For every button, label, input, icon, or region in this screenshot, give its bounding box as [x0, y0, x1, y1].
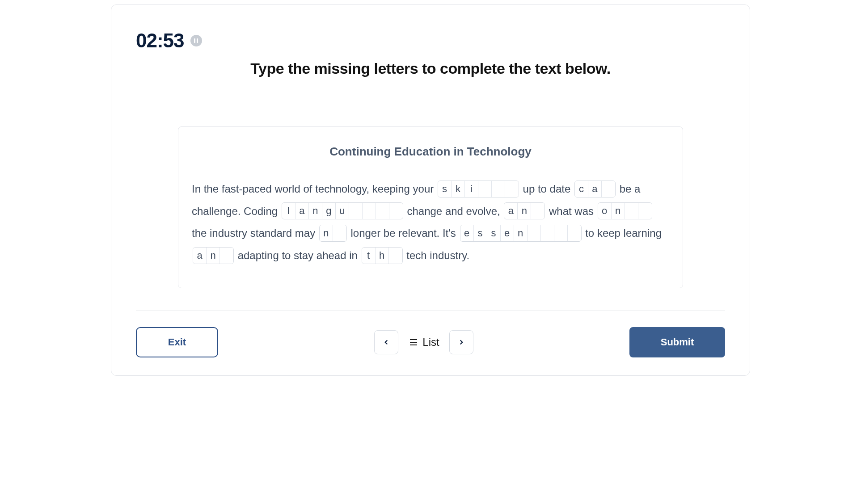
timer-display: 02:53 — [136, 29, 184, 52]
submit-button[interactable]: Submit — [629, 327, 725, 357]
letter-given: l — [282, 203, 295, 219]
letter-given: a — [504, 203, 518, 219]
cloze-word: th — [362, 247, 403, 264]
list-label: List — [422, 336, 439, 349]
cloze-word: essen — [460, 225, 582, 242]
letter-given: e — [460, 225, 474, 241]
instruction-heading: Type the missing letters to complete the… — [136, 60, 725, 77]
letter-input[interactable] — [478, 181, 492, 197]
letter-given: u — [336, 203, 349, 219]
exit-button[interactable]: Exit — [136, 327, 218, 357]
letter-input[interactable] — [528, 225, 541, 241]
letter-input[interactable] — [220, 248, 233, 264]
cloze-word: on — [598, 202, 652, 219]
cloze-word: an — [504, 202, 545, 219]
letter-given: s — [474, 225, 487, 241]
letter-given: e — [501, 225, 514, 241]
passage-text: tech industry. — [404, 249, 470, 261]
letter-given: n — [309, 203, 322, 219]
letter-input[interactable] — [625, 203, 638, 219]
prev-button[interactable] — [374, 330, 398, 354]
passage-text: the industry standard may — [192, 227, 318, 239]
letter-given: i — [465, 181, 478, 197]
letter-input[interactable] — [505, 181, 519, 197]
passage-text: up to date — [520, 183, 574, 195]
passage-text: to keep learning — [582, 227, 662, 239]
letter-input[interactable] — [638, 203, 652, 219]
letter-given: n — [320, 225, 333, 241]
next-button[interactable] — [449, 330, 473, 354]
passage-title: Continuing Education in Technology — [192, 145, 669, 159]
list-button[interactable]: List — [408, 336, 439, 349]
passage-body: In the fast-paced world of technology, k… — [192, 177, 669, 266]
letter-input[interactable] — [389, 248, 402, 264]
letter-given: n — [207, 248, 220, 264]
letter-input[interactable] — [602, 181, 615, 197]
letter-input[interactable] — [376, 203, 389, 219]
pause-icon — [194, 38, 198, 43]
letter-given: n — [518, 203, 531, 219]
passage-text: In the fast-paced world of technology, k… — [192, 183, 437, 195]
letter-input[interactable] — [531, 203, 544, 219]
letter-given: h — [376, 248, 389, 264]
letter-given: s — [438, 181, 452, 197]
letter-given: c — [575, 181, 588, 197]
letter-input[interactable] — [349, 203, 363, 219]
letter-given: n — [612, 203, 625, 219]
letter-input[interactable] — [333, 225, 346, 241]
letter-input[interactable] — [568, 225, 581, 241]
letter-input[interactable] — [389, 203, 403, 219]
chevron-left-icon — [382, 338, 390, 346]
chevron-right-icon — [457, 338, 465, 346]
letter-given: t — [362, 248, 376, 264]
timer-row: 02:53 — [136, 29, 725, 52]
passage-text: longer be relevant. It's — [348, 227, 459, 239]
cloze-word: an — [193, 247, 234, 264]
list-icon — [408, 337, 419, 348]
letter-given: n — [514, 225, 528, 241]
divider — [136, 311, 725, 311]
cloze-word: n — [319, 225, 347, 242]
passage-text: change and evolve, — [404, 205, 503, 217]
footer: Exit List Submit — [136, 327, 725, 357]
passage-text: adapting to stay ahead in — [235, 249, 361, 261]
passage-box: Continuing Education in Technology In th… — [178, 126, 683, 288]
letter-input[interactable] — [363, 203, 376, 219]
letter-input[interactable] — [554, 225, 568, 241]
letter-given: a — [193, 248, 207, 264]
letter-given: o — [598, 203, 612, 219]
cloze-word: ski — [438, 181, 519, 197]
letter-given: k — [452, 181, 465, 197]
letter-input[interactable] — [492, 181, 505, 197]
pause-button[interactable] — [190, 35, 202, 46]
letter-given: a — [588, 181, 602, 197]
letter-given: a — [295, 203, 309, 219]
cloze-word: langu — [282, 202, 403, 219]
passage-text: what was — [546, 205, 596, 217]
letter-input[interactable] — [541, 225, 554, 241]
quiz-card: 02:53 Type the missing letters to comple… — [111, 4, 750, 376]
letter-given: g — [322, 203, 336, 219]
letter-given: s — [487, 225, 501, 241]
cloze-word: ca — [574, 181, 616, 197]
nav-center: List — [374, 330, 473, 354]
